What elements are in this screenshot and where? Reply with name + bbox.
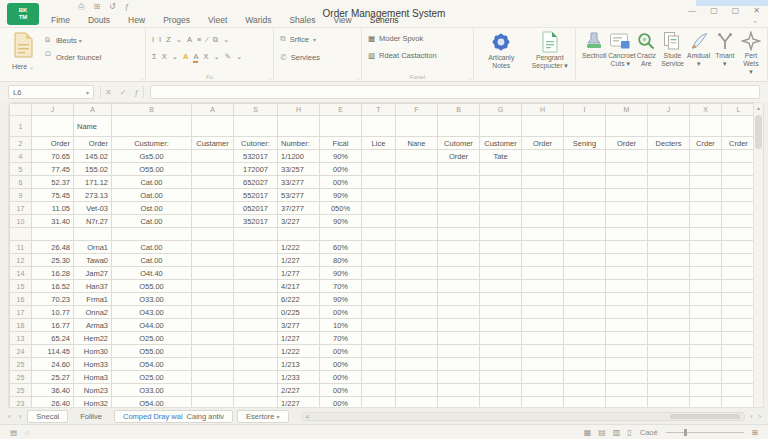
- cell[interactable]: [192, 202, 234, 215]
- name-box-caret-icon[interactable]: ▾: [86, 89, 89, 96]
- cell[interactable]: 70%: [320, 280, 362, 293]
- cell[interactable]: 114.45: [32, 345, 74, 358]
- paste-button[interactable]: Here ⌄: [6, 32, 40, 79]
- cell[interactable]: 52.37: [32, 176, 74, 189]
- format-icon-5[interactable]: X: [203, 52, 208, 63]
- cell[interactable]: [690, 345, 722, 358]
- cell[interactable]: Number:: [278, 137, 320, 150]
- cell[interactable]: [606, 280, 648, 293]
- cell[interactable]: [522, 189, 564, 202]
- cell[interactable]: [362, 319, 396, 332]
- cell[interactable]: [480, 189, 522, 202]
- cell[interactable]: 3/227: [278, 215, 320, 228]
- cell[interactable]: Cutomer: [438, 137, 480, 150]
- cell[interactable]: [192, 215, 234, 228]
- cell[interactable]: [522, 267, 564, 280]
- cell[interactable]: [606, 371, 648, 384]
- cell[interactable]: O55.00: [112, 345, 192, 358]
- cell[interactable]: Order: [522, 137, 564, 150]
- cell[interactable]: [396, 332, 438, 345]
- cell[interactable]: [564, 345, 606, 358]
- cell[interactable]: [722, 150, 756, 163]
- format-icon-6[interactable]: ⌄: [213, 52, 219, 63]
- horizontal-scrollbar-thumb[interactable]: [670, 414, 740, 419]
- column-header-J-14[interactable]: J: [648, 104, 690, 116]
- cell[interactable]: Cutoner:: [234, 137, 278, 150]
- cell[interactable]: [648, 254, 690, 267]
- cell[interactable]: Frma1: [74, 293, 112, 306]
- cell[interactable]: [606, 116, 648, 137]
- restore2-icon[interactable]: ▢: [732, 6, 740, 15]
- cell[interactable]: 1/227: [278, 254, 320, 267]
- cell[interactable]: [396, 358, 438, 371]
- cell[interactable]: [192, 163, 234, 176]
- cell[interactable]: Order: [606, 137, 648, 150]
- cell[interactable]: [480, 345, 522, 358]
- cell[interactable]: 172007: [234, 163, 278, 176]
- cell[interactable]: [438, 332, 480, 345]
- format-icon-7[interactable]: ✎: [225, 52, 231, 63]
- cell[interactable]: 1/227: [278, 332, 320, 345]
- cell[interactable]: 00%: [320, 358, 362, 371]
- column-header-F-8[interactable]: F: [396, 104, 438, 116]
- cell[interactable]: [192, 116, 234, 137]
- column-header-A-3[interactable]: A: [192, 104, 234, 116]
- cell[interactable]: [396, 254, 438, 267]
- clipboard-mini-icon-1[interactable]: ⊡: [45, 50, 51, 58]
- cell[interactable]: 1/222: [278, 241, 320, 254]
- cell[interactable]: Decters: [648, 137, 690, 150]
- cell[interactable]: 1/213: [278, 358, 320, 371]
- amdual-button[interactable]: Amdual▾: [687, 31, 711, 79]
- row-header-2[interactable]: 2: [10, 137, 32, 150]
- cell[interactable]: Order: [438, 150, 480, 163]
- cell[interactable]: Cat.00: [112, 215, 192, 228]
- cell[interactable]: 1/227: [278, 397, 320, 409]
- format-icon-0[interactable]: I: [152, 35, 154, 45]
- cell[interactable]: 00%: [320, 384, 362, 397]
- cell[interactable]: 16.77: [32, 319, 74, 332]
- cell[interactable]: [690, 384, 722, 397]
- cell[interactable]: 77.45: [32, 163, 74, 176]
- cell[interactable]: [522, 280, 564, 293]
- cell[interactable]: [480, 202, 522, 215]
- cell[interactable]: [234, 241, 278, 254]
- service-dropdown[interactable]: ⧉ Srfice ▾: [280, 34, 357, 44]
- group-dialog-launcher-icon[interactable]: ⌟: [357, 74, 359, 80]
- cell[interactable]: 171.12: [74, 176, 112, 189]
- cell[interactable]: [690, 267, 722, 280]
- format-icon-1[interactable]: X: [162, 52, 167, 63]
- cell[interactable]: [362, 254, 396, 267]
- cell[interactable]: [648, 306, 690, 319]
- format-icon-3[interactable]: ⌄: [176, 35, 182, 45]
- cell[interactable]: [722, 116, 756, 137]
- cell[interactable]: O54.00: [112, 397, 192, 409]
- cell[interactable]: [438, 319, 480, 332]
- scroll-up-icon[interactable]: ▲: [754, 103, 763, 113]
- cell[interactable]: [234, 254, 278, 267]
- pert-wets-button[interactable]: Pert Wets▾: [739, 31, 763, 79]
- cell[interactable]: [480, 215, 522, 228]
- cell[interactable]: [362, 163, 396, 176]
- cell[interactable]: [396, 280, 438, 293]
- cell[interactable]: [522, 254, 564, 267]
- name-box[interactable]: L6 ▾: [8, 85, 94, 99]
- cell[interactable]: [648, 267, 690, 280]
- cell[interactable]: [480, 254, 522, 267]
- cell[interactable]: [722, 319, 756, 332]
- cell[interactable]: [362, 397, 396, 409]
- cell[interactable]: [234, 332, 278, 345]
- format-icon-7[interactable]: ⧉: [213, 35, 218, 45]
- row-header-9[interactable]: 9: [10, 189, 32, 202]
- cell[interactable]: [320, 228, 362, 241]
- cell[interactable]: [690, 116, 722, 137]
- zoom-slider[interactable]: [666, 432, 744, 433]
- cell[interactable]: Hom30: [74, 345, 112, 358]
- row-header-10[interactable]: 10: [10, 215, 32, 228]
- cell[interactable]: [438, 306, 480, 319]
- cell[interactable]: [722, 189, 756, 202]
- format-icon-0[interactable]: Σ: [152, 52, 157, 63]
- format-icon-4[interactable]: A: [193, 52, 198, 63]
- cell[interactable]: [362, 358, 396, 371]
- cell[interactable]: 652027: [234, 176, 278, 189]
- cell[interactable]: [522, 332, 564, 345]
